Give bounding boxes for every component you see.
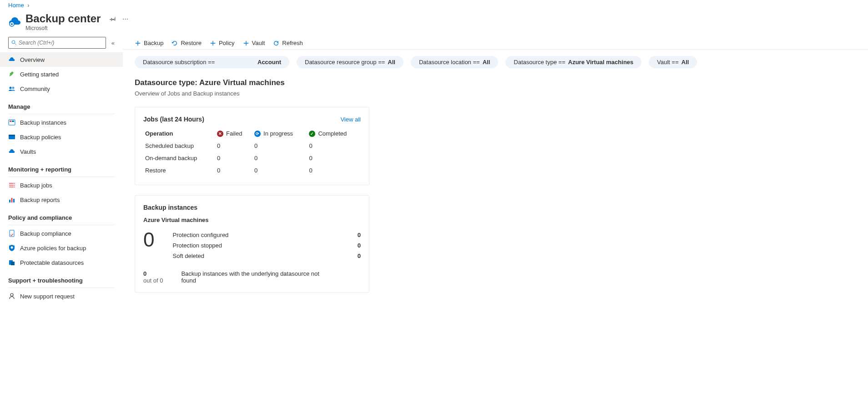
toolbar-label: Refresh (282, 40, 303, 46)
svg-rect-20 (11, 262, 15, 265)
toolbar: Backup Restore Policy Vault Refresh (123, 37, 868, 50)
filter-label: Datasource location == (419, 59, 480, 66)
svg-point-5 (12, 87, 15, 89)
bi-total-count: 0 (143, 230, 154, 261)
bi-foot-count: 0 out of 0 (143, 270, 163, 284)
sidebar-item-backup-reports[interactable]: Backup reports (0, 192, 123, 207)
filter-row: Datasource subscription == Account Datas… (123, 50, 868, 75)
backup-reports-icon (8, 196, 15, 203)
svg-point-2 (12, 40, 15, 44)
sidebar-item-label: Overview (20, 56, 45, 63)
content-subtitle: Overview of Jobs and Backup instances (135, 90, 856, 97)
search-input-wrapper[interactable] (8, 37, 106, 49)
page-header: Backup center ⋯ Microsoft (0, 10, 868, 37)
restore-button[interactable]: Restore (172, 40, 202, 46)
completed-icon: ✓ (309, 131, 315, 137)
svg-point-11 (14, 183, 15, 184)
backup-compliance-icon (8, 230, 15, 237)
sidebar-item-azure-policies[interactable]: Azure policies for backup (0, 241, 123, 255)
bi-stat-row: Protection configured0 (172, 230, 361, 240)
sidebar: « Overview Getting started Community Man… (0, 37, 123, 303)
search-input[interactable] (19, 40, 103, 46)
page-subtitle: Microsoft (25, 25, 128, 31)
policy-button[interactable]: Policy (210, 40, 235, 46)
svg-point-12 (14, 185, 15, 186)
col-completed: ✓Completed (307, 127, 361, 140)
svg-point-4 (10, 87, 12, 89)
col-failed: ✕Failed (215, 127, 252, 140)
sidebar-item-overview[interactable]: Overview (0, 52, 123, 67)
bi-stat-row: Soft deleted0 (172, 251, 361, 261)
plus-icon (243, 40, 249, 46)
svg-point-21 (10, 293, 13, 296)
filter-resource-group[interactable]: Datasource resource group == All (297, 56, 404, 68)
sidebar-item-label: Community (20, 86, 50, 92)
main-content: Backup Restore Policy Vault Refresh Data… (123, 37, 868, 303)
jobs-card-title: Jobs (last 24 Hours) (143, 116, 204, 123)
sidebar-item-new-support[interactable]: New support request (0, 289, 123, 303)
svg-rect-6 (9, 120, 15, 125)
vault-button[interactable]: Vault (243, 40, 265, 46)
filter-value: Azure Virtual machines (568, 59, 634, 66)
sidebar-item-label: Backup compliance (20, 230, 71, 237)
sidebar-item-protectable[interactable]: Protectable datasources (0, 255, 123, 270)
content-title: Datasource type: Azure Virtual machines (135, 78, 856, 87)
sidebar-item-label: Backup jobs (20, 182, 52, 189)
filter-value: Account (257, 59, 281, 66)
filter-vault[interactable]: Vault == All (649, 56, 697, 68)
sidebar-item-label: Azure policies for backup (20, 245, 86, 252)
sidebar-item-community[interactable]: Community (0, 81, 123, 96)
breadcrumb: Home › (0, 0, 868, 10)
jobs-card: Jobs (last 24 Hours) View all Operation … (135, 107, 369, 185)
table-row: Scheduled backup000 (143, 140, 361, 152)
filter-label: Vault == (657, 59, 678, 66)
backup-button[interactable]: Backup (135, 40, 163, 46)
sidebar-item-backup-instances[interactable]: Backup instances (0, 115, 123, 130)
sidebar-item-backup-policies[interactable]: Backup policies (0, 130, 123, 144)
more-icon[interactable]: ⋯ (122, 15, 128, 22)
bi-card-subtitle: Azure Virtual machines (143, 217, 361, 223)
svg-rect-16 (13, 199, 15, 202)
bi-stat-row: Protection stopped0 (172, 240, 361, 251)
refresh-icon (273, 40, 279, 46)
col-inprogress: ⟳In progress (252, 127, 307, 140)
backup-policies-icon (8, 133, 15, 141)
filter-value: All (388, 59, 395, 66)
protectable-icon (8, 259, 15, 266)
backup-center-icon (8, 15, 22, 29)
view-all-link[interactable]: View all (340, 116, 361, 123)
sidebar-section-manage: Manage (0, 96, 123, 113)
collapse-sidebar-icon[interactable]: « (111, 40, 115, 46)
svg-rect-10 (9, 135, 15, 136)
filter-type[interactable]: Datasource type == Azure Virtual machine… (505, 56, 641, 68)
pin-icon[interactable] (110, 15, 116, 22)
backup-instances-card: Backup instances Azure Virtual machines … (135, 195, 369, 293)
svg-point-18 (11, 247, 13, 249)
jobs-table: Operation ✕Failed ⟳In progress ✓Complete… (143, 127, 361, 177)
page-title: Backup center (25, 12, 101, 25)
sidebar-item-backup-compliance[interactable]: Backup compliance (0, 226, 123, 241)
sidebar-item-backup-jobs[interactable]: Backup jobs (0, 178, 123, 192)
svg-point-1 (11, 23, 13, 25)
support-icon (8, 293, 15, 300)
toolbar-label: Restore (181, 40, 202, 46)
svg-line-3 (15, 44, 16, 45)
filter-subscription[interactable]: Datasource subscription == Account (135, 56, 289, 68)
filter-label: Datasource type == (514, 59, 565, 66)
svg-point-13 (14, 187, 15, 187)
search-icon (11, 40, 17, 45)
svg-rect-7 (10, 121, 11, 122)
backup-jobs-icon (8, 182, 15, 189)
sidebar-section-monitoring: Monitoring + reporting (0, 159, 123, 176)
breadcrumb-home[interactable]: Home (8, 2, 24, 9)
sidebar-item-vaults[interactable]: Vaults (0, 144, 123, 159)
col-operation: Operation (143, 127, 215, 140)
sidebar-section-policy: Policy and compliance (0, 207, 123, 224)
filter-location[interactable]: Datasource location == All (411, 56, 498, 68)
sidebar-section-support: Support + troubleshooting (0, 270, 123, 287)
sidebar-item-getting-started[interactable]: Getting started (0, 67, 123, 81)
table-row: Restore000 (143, 164, 361, 177)
filter-label: Datasource resource group == (305, 59, 385, 66)
toolbar-label: Backup (144, 40, 163, 46)
refresh-button[interactable]: Refresh (273, 40, 303, 46)
